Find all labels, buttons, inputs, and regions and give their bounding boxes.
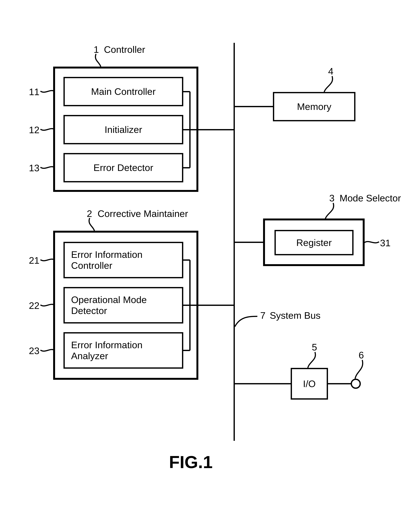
error-detector-box: Error Detector: [63, 153, 183, 182]
io-port-ref: 6: [358, 350, 364, 361]
controller-bus-tap-13: [183, 167, 190, 169]
io-port-circle: [351, 379, 361, 389]
memory-lead: [323, 76, 334, 92]
io-ref: 5: [312, 342, 317, 353]
main-controller-box: Main Controller: [63, 77, 183, 106]
register-label: Register: [293, 237, 335, 248]
op-mode-detector-lead: [40, 303, 55, 310]
system-bus-label: System Bus: [270, 310, 320, 321]
cm-to-bus: [183, 305, 234, 306]
error-info-analyzer-lead: [40, 349, 55, 355]
error-info-controller-ref: 21: [29, 255, 39, 266]
error-detector-ref: 13: [29, 162, 39, 173]
error-info-controller-lead: [40, 258, 55, 264]
system-bus-lead: [233, 315, 259, 330]
io-box: I/O: [291, 368, 328, 399]
error-info-controller-label: Error InformationController: [65, 249, 182, 271]
cm-name: Corrective Maintainer: [98, 208, 188, 219]
controller-name: Controller: [104, 44, 145, 55]
op-mode-detector-box: Operational ModeDetector: [63, 287, 183, 323]
initializer-lead: [40, 128, 55, 134]
controller-to-bus: [183, 129, 234, 130]
main-controller-lead: [40, 90, 55, 96]
memory-box: Memory: [273, 92, 355, 121]
io-to-bus: [234, 383, 291, 384]
mode-selector-lead: [325, 203, 335, 219]
main-controller-label: Main Controller: [88, 86, 159, 97]
error-info-analyzer-box: Error InformationAnalyzer: [63, 332, 183, 369]
cm-lead: [88, 218, 98, 231]
error-detector-lead: [40, 166, 55, 172]
op-mode-detector-ref: 22: [29, 300, 39, 311]
error-detector-label: Error Detector: [90, 162, 156, 173]
controller-ref: 1: [93, 44, 99, 55]
io-to-port: [327, 383, 351, 384]
mode-selector-name: Mode Selector: [340, 193, 401, 204]
system-bus-ref: 7: [260, 310, 265, 321]
initializer-label: Initializer: [101, 124, 145, 135]
memory-to-bus: [234, 106, 273, 107]
register-lead: [364, 239, 379, 246]
error-info-analyzer-ref: 23: [29, 345, 39, 356]
main-controller-ref: 11: [29, 86, 39, 97]
cm-ref: 2: [87, 208, 92, 219]
initializer-box: Initializer: [63, 115, 183, 144]
error-info-analyzer-label: Error InformationAnalyzer: [65, 339, 182, 361]
cm-bus-tap-21: [183, 259, 190, 261]
mode-selector-to-bus: [234, 242, 264, 243]
mode-selector-ref: 3: [329, 193, 334, 204]
register-box: Register: [274, 230, 354, 255]
io-port-lead: [354, 360, 365, 379]
io-lead: [307, 352, 318, 368]
memory-ref: 4: [328, 66, 333, 77]
diagram-canvas: 7 System Bus 1 Controller Main Controlle…: [0, 0, 420, 522]
error-info-controller-box: Error InformationController: [63, 242, 183, 278]
op-mode-detector-label: Operational ModeDetector: [65, 294, 182, 316]
figure-title: FIG.1: [169, 452, 213, 472]
controller-bus-tap-11: [183, 91, 190, 92]
register-ref: 31: [380, 238, 391, 248]
memory-label: Memory: [294, 101, 335, 112]
initializer-ref: 12: [29, 124, 39, 135]
io-label: I/O: [300, 378, 319, 389]
cm-bus-tap-23: [183, 350, 190, 351]
controller-lead: [94, 54, 104, 67]
